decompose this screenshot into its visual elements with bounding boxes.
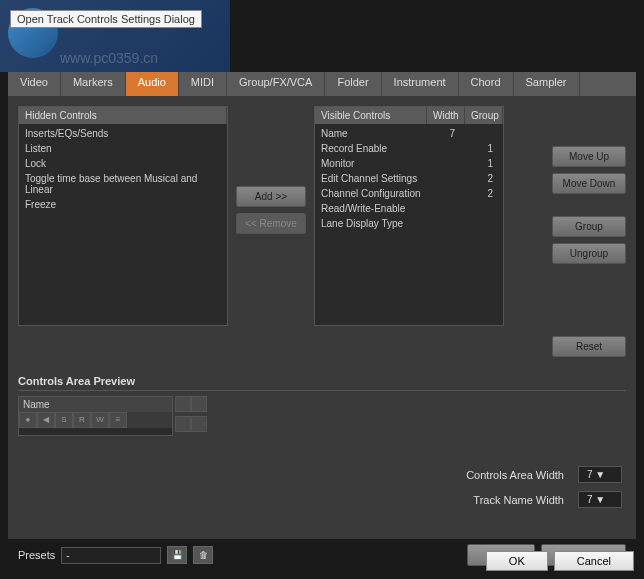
track-name-width-select[interactable]: 7 ▼ bbox=[578, 491, 622, 508]
list-item[interactable]: Monitor1 bbox=[315, 156, 503, 171]
visible-header-group: Group bbox=[465, 107, 503, 124]
list-item[interactable]: Lock bbox=[19, 156, 227, 171]
group-button[interactable]: Group bbox=[552, 216, 626, 237]
remove-button[interactable]: << Remove bbox=[236, 213, 306, 234]
presets-select[interactable]: - bbox=[61, 547, 161, 564]
tab-instrument[interactable]: Instrument bbox=[382, 72, 459, 96]
add-button[interactable]: Add >> bbox=[236, 186, 306, 207]
track-name-width-label: Track Name Width bbox=[473, 494, 564, 506]
save-preset-icon[interactable]: 💾 bbox=[167, 546, 187, 564]
controls-area-width-select[interactable]: 7 ▼ bbox=[578, 466, 622, 483]
ok-button[interactable]: OK bbox=[486, 551, 548, 571]
list-item[interactable]: Record Enable1 bbox=[315, 141, 503, 156]
move-up-button[interactable]: Move Up bbox=[552, 146, 626, 167]
tab-group-fx-vca[interactable]: Group/FX/VCA bbox=[227, 72, 325, 96]
list-item[interactable]: Name7 bbox=[315, 126, 503, 141]
preview-control-icon: R bbox=[73, 412, 91, 428]
list-item[interactable]: Toggle time base between Musical and Lin… bbox=[19, 171, 227, 197]
tab-folder[interactable]: Folder bbox=[325, 72, 381, 96]
track-type-tabs: VideoMarkersAudioMIDIGroup/FX/VCAFolderI… bbox=[8, 72, 636, 96]
tooltip: Open Track Controls Settings Dialog bbox=[10, 10, 202, 28]
tab-chord[interactable]: Chord bbox=[459, 72, 514, 96]
hidden-controls-list[interactable]: Hidden Controls Inserts/EQs/SendsListenL… bbox=[18, 106, 228, 326]
move-down-button[interactable]: Move Down bbox=[552, 173, 626, 194]
preview-box: Name ●◀SRW≡ bbox=[18, 396, 173, 436]
preview-control-icon: S bbox=[55, 412, 73, 428]
cancel-button[interactable]: Cancel bbox=[554, 551, 634, 571]
list-item[interactable]: Channel Configuration2 bbox=[315, 186, 503, 201]
list-item[interactable]: Lane Display Type bbox=[315, 216, 503, 231]
visible-controls-list[interactable]: Visible Controls Width Group Name7Record… bbox=[314, 106, 504, 326]
list-item[interactable]: Freeze bbox=[19, 197, 227, 212]
tab-markers[interactable]: Markers bbox=[61, 72, 126, 96]
settings-dialog: VideoMarkersAudioMIDIGroup/FX/VCAFolderI… bbox=[8, 72, 636, 539]
ungroup-button[interactable]: Ungroup bbox=[552, 243, 626, 264]
preview-control-icon: W bbox=[91, 412, 109, 428]
reset-button[interactable]: Reset bbox=[552, 336, 626, 357]
controls-area-width-label: Controls Area Width bbox=[466, 469, 564, 481]
tab-sampler[interactable]: Sampler bbox=[514, 72, 580, 96]
visible-header-width: Width bbox=[427, 107, 465, 124]
preview-control-icon: ◀ bbox=[37, 412, 55, 428]
list-item[interactable]: Inserts/EQs/Sends bbox=[19, 126, 227, 141]
list-item[interactable]: Read/Write-Enable bbox=[315, 201, 503, 216]
list-item[interactable]: Edit Channel Settings2 bbox=[315, 171, 503, 186]
tab-audio[interactable]: Audio bbox=[126, 72, 179, 96]
preview-extra-3 bbox=[175, 416, 191, 432]
tab-video[interactable]: Video bbox=[8, 72, 61, 96]
preview-control-icon: ≡ bbox=[109, 412, 127, 428]
visible-header-name: Visible Controls bbox=[315, 107, 427, 124]
presets-label: Presets bbox=[18, 549, 55, 561]
list-item[interactable]: Listen bbox=[19, 141, 227, 156]
delete-preset-icon[interactable]: 🗑 bbox=[193, 546, 213, 564]
preview-control-icon: ● bbox=[19, 412, 37, 428]
preview-extra-1 bbox=[175, 396, 191, 412]
preview-title: Controls Area Preview bbox=[18, 375, 626, 391]
preview-extra-4 bbox=[191, 416, 207, 432]
hidden-controls-header: Hidden Controls bbox=[19, 107, 227, 124]
preview-name-label: Name bbox=[19, 397, 172, 412]
watermark-text: www.pc0359.cn bbox=[60, 50, 158, 66]
tab-midi[interactable]: MIDI bbox=[179, 72, 227, 96]
preview-extra-2 bbox=[191, 396, 207, 412]
